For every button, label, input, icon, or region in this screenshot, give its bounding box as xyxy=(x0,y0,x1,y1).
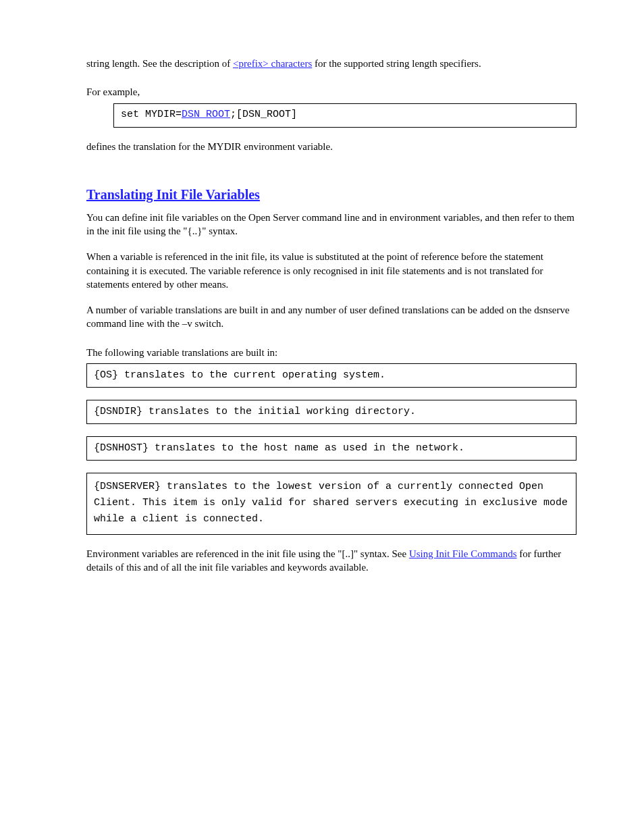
code-post: ;[DSN_ROOT] xyxy=(230,109,297,120)
example-code: set MYDIR=DSN_ROOT;[DSN_ROOT] xyxy=(121,108,297,122)
endnote-pre: Environment variables are referenced in … xyxy=(86,548,409,559)
para-3: A number of variable translations are bu… xyxy=(86,303,576,331)
builtins-label: The following variable translations are … xyxy=(86,346,576,359)
using-init-file-commands-link[interactable]: Using Init File Commands xyxy=(409,548,517,559)
example-box: set MYDIR=DSN_ROOT;[DSN_ROOT] xyxy=(113,103,576,128)
builtin-dsnserver: {DSNSERVER} translates to the lowest ver… xyxy=(86,473,576,535)
page: string length. See the description of <p… xyxy=(0,0,644,834)
builtin-dsnhost: {DSNHOST} translates to the host name as… xyxy=(86,436,576,461)
para-2: When a variable is referenced in the ini… xyxy=(86,250,576,291)
section-heading[interactable]: Translating Init File Variables xyxy=(86,186,576,204)
builtin-dsndir-text: {DSNDIR} translates to the initial worki… xyxy=(94,405,416,419)
end-note: Environment variables are referenced in … xyxy=(86,547,576,575)
builtin-os: {OS} translates to the current operating… xyxy=(86,363,576,388)
example-label: For example, xyxy=(86,85,576,99)
builtin-os-text: {OS} translates to the current operating… xyxy=(94,369,385,382)
builtin-dsnhost-text: {DSNHOST} translates to the host name as… xyxy=(94,442,464,455)
dsn-root-link[interactable]: DSN_ROOT xyxy=(182,109,230,120)
prefix-characters-link[interactable]: <prefix> characters xyxy=(233,58,312,69)
intro-line: string length. See the description of <p… xyxy=(86,57,576,70)
example-conclusion: defines the translation for the MYDIR en… xyxy=(86,140,576,153)
intro-lead: string length. See the description of xyxy=(86,58,233,69)
builtin-dsndir: {DSNDIR} translates to the initial worki… xyxy=(86,400,576,424)
intro-trail: for the supported string length specifie… xyxy=(312,58,481,69)
para-1: You can define init file variables on th… xyxy=(86,211,576,238)
builtin-dsnserver-text: {DSNSERVER} translates to the lowest ver… xyxy=(94,479,569,527)
code-pre: set MYDIR= xyxy=(121,109,182,120)
